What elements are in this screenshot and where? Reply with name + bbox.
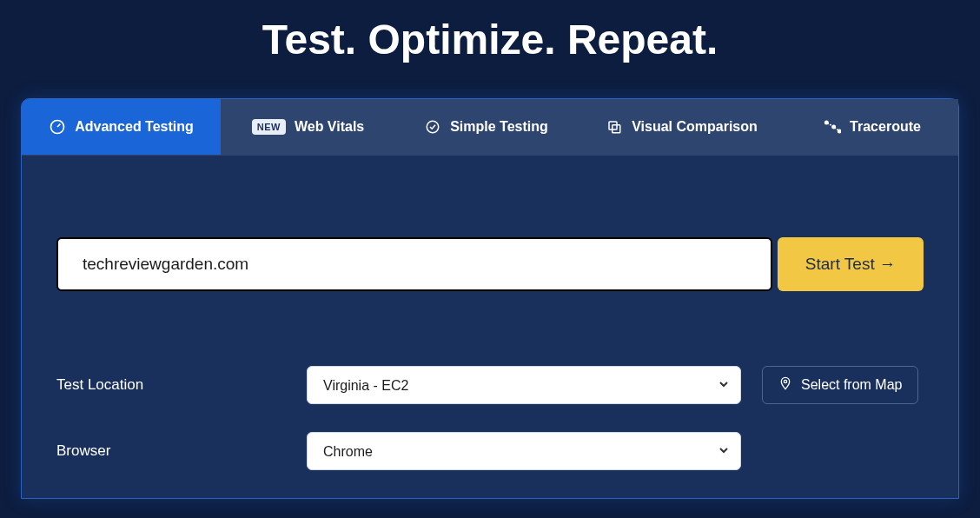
- panel-body: Start Test → Test Location Virginia - EC…: [22, 156, 958, 470]
- browser-row: Browser Chrome: [56, 432, 924, 470]
- tab-web-vitals[interactable]: NEW Web Vitals: [222, 99, 395, 155]
- tab-advanced-testing[interactable]: Advanced Testing: [22, 99, 222, 155]
- map-pin-icon: [778, 375, 792, 395]
- start-test-button[interactable]: Start Test →: [778, 237, 924, 291]
- location-select-wrap: Virginia - EC2: [307, 366, 741, 404]
- compare-icon: [606, 118, 623, 136]
- svg-point-6: [838, 130, 841, 132]
- tab-visual-comparison[interactable]: Visual Comparison: [578, 99, 786, 155]
- tab-simple-testing[interactable]: Simple Testing: [395, 99, 578, 155]
- tabs: Advanced Testing NEW Web Vitals Simple T…: [22, 99, 958, 156]
- hero-title: Test. Optimize. Repeat.: [0, 0, 980, 98]
- gauge-icon: [49, 118, 66, 136]
- map-button-label: Select from Map: [801, 377, 902, 393]
- location-row: Test Location Virginia - EC2: [56, 366, 924, 404]
- svg-point-1: [427, 121, 439, 133]
- traceroute-icon: [824, 118, 841, 136]
- browser-select[interactable]: Chrome: [307, 432, 741, 470]
- tab-label: Web Vitals: [295, 119, 364, 135]
- tab-label: Advanced Testing: [75, 119, 194, 135]
- tab-traceroute[interactable]: Traceroute: [786, 99, 958, 155]
- new-badge: NEW: [252, 119, 286, 135]
- main-panel: Advanced Testing NEW Web Vitals Simple T…: [21, 98, 959, 499]
- svg-point-7: [784, 380, 786, 382]
- url-input[interactable]: [56, 237, 772, 291]
- location-select[interactable]: Virginia - EC2: [307, 366, 741, 404]
- url-row: Start Test →: [56, 237, 924, 291]
- tab-label: Traceroute: [850, 119, 921, 135]
- browser-select-wrap: Chrome: [307, 432, 741, 470]
- tab-label: Visual Comparison: [632, 119, 758, 135]
- check-circle-icon: [424, 118, 441, 136]
- tab-label: Simple Testing: [450, 119, 548, 135]
- select-from-map-button[interactable]: Select from Map: [762, 366, 918, 404]
- browser-label: Browser: [56, 442, 289, 460]
- start-button-label: Start Test →: [805, 255, 896, 274]
- location-label: Test Location: [56, 376, 289, 394]
